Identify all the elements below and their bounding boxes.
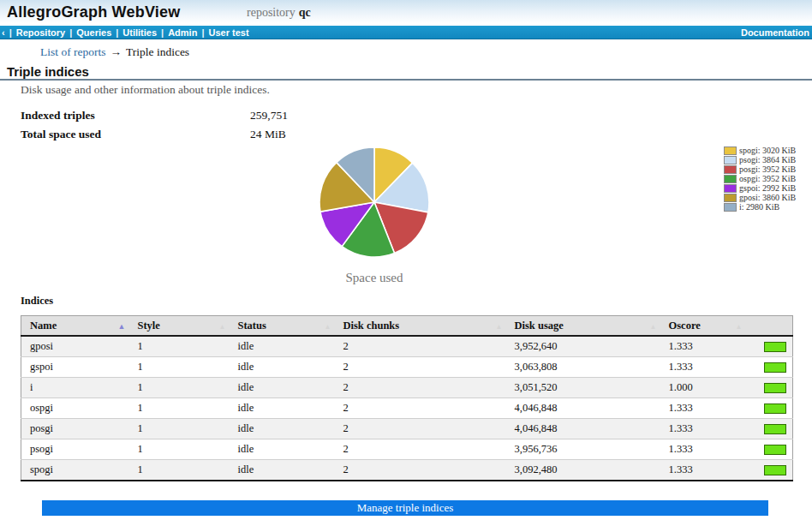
cell-status: idle (230, 336, 335, 357)
health-indicator (764, 445, 786, 455)
stat-total-space-used: Total space used 24 MiB (21, 128, 449, 141)
column-header-disk-chunks[interactable]: ▲Disk chunks (335, 316, 506, 337)
cell-status: idle (230, 460, 335, 481)
legend-swatch (724, 184, 737, 193)
legend-label: posgi: 3952 KiB (739, 164, 796, 174)
cell-disk-chunks: 2 (335, 439, 506, 460)
cell-style: 1 (129, 357, 230, 378)
column-header-label: Oscore (669, 320, 701, 332)
sort-inactive-icon: ▲ (325, 323, 331, 331)
cell-disk-chunks: 2 (335, 378, 506, 398)
nav-item-utilities[interactable]: Utilities (122, 27, 157, 38)
legend-label: spogi: 3020 KiB (739, 146, 796, 155)
manage-triple-indices-button[interactable]: Manage triple indices (42, 500, 768, 516)
nav-item-repository[interactable]: Repository (16, 27, 65, 38)
cell-disk-chunks: 2 (335, 460, 506, 481)
table-row-gspoi: gspoi1idle23,063,8081.333 (21, 357, 793, 378)
stat-value: 259,751 (250, 109, 288, 123)
legend-swatch (724, 175, 737, 183)
cell-style: 1 (129, 398, 230, 419)
cell-oscore: 1.333 (660, 398, 746, 419)
health-indicator (764, 424, 786, 434)
cell-health (746, 419, 793, 439)
cell-health (746, 357, 793, 378)
cell-disk-chunks: 2 (335, 336, 506, 357)
pie-chart-caption: Space used (302, 271, 447, 285)
page-description: Disk usage and other information about t… (21, 83, 270, 97)
nav-item-documentation[interactable]: Documentation (741, 27, 809, 38)
cell-disk-usage: 3,051,520 (506, 378, 660, 398)
legend-swatch (724, 194, 737, 202)
cell-style: 1 (129, 336, 230, 357)
indices-section-label: Indices (21, 295, 53, 308)
cell-name: ospgi (21, 398, 129, 419)
nav-item-admin[interactable]: Admin (168, 27, 197, 38)
column-header-disk-usage[interactable]: ▲Disk usage (506, 316, 660, 337)
table-row-gposi: gposi1idle23,952,6401.333 (21, 336, 793, 357)
legend-swatch (724, 156, 737, 164)
nav-separator: | (9, 27, 12, 38)
nav-item-user-test[interactable]: User test (208, 27, 248, 38)
legend-item: i: 2980 KiB (724, 202, 796, 212)
cell-status: idle (230, 378, 335, 398)
legend-swatch (724, 165, 737, 174)
cell-style: 1 (129, 378, 230, 398)
stat-indexed-triples: Indexed triples 259,751 (21, 109, 449, 123)
legend-label: gspoi: 2992 KiB (739, 183, 796, 193)
repository-name: qc (299, 6, 311, 19)
cell-status: idle (230, 398, 335, 419)
cell-health (746, 439, 793, 460)
health-indicator (764, 362, 786, 373)
nav-separator: | (201, 27, 204, 38)
nav-right: Documentation (741, 27, 812, 38)
table-row-psogi: psogi1idle23,956,7361.333 (21, 439, 793, 460)
table-row-spogi: spogi1idle23,092,4801.333 (21, 460, 793, 481)
indices-table: ▲Name▲Style▲Status▲Disk chunks▲Disk usag… (21, 315, 793, 481)
legend-swatch (724, 203, 737, 212)
cell-name: gspoi (21, 357, 129, 378)
cell-disk-chunks: 2 (335, 398, 506, 419)
legend-label: psogi: 3864 KiB (739, 155, 796, 164)
column-header-oscore[interactable]: ▲Oscore (660, 316, 746, 337)
nav-menu: ‹|Repository|Queries|Utilities|Admin|Use… (0, 27, 249, 38)
nav-back-button[interactable]: ‹ (2, 27, 5, 38)
column-header-label: Status (238, 320, 266, 332)
legend-label: i: 2980 KiB (739, 202, 779, 212)
column-header-label: Disk chunks (343, 320, 400, 332)
breadcrumb-link-list-of-reports[interactable]: List of reports (40, 45, 106, 58)
legend-item: spogi: 3020 KiB (724, 146, 796, 155)
legend-item: posgi: 3952 KiB (724, 164, 796, 174)
cell-oscore: 1.333 (660, 439, 746, 460)
cell-name: psogi (21, 439, 129, 460)
column-header-health (746, 316, 793, 337)
cell-oscore: 1.333 (660, 336, 746, 357)
legend-swatch (724, 146, 737, 155)
cell-name: spogi (21, 460, 129, 481)
legend-item: gposi: 3860 KiB (724, 193, 796, 202)
column-header-label: Name (30, 320, 57, 332)
cell-oscore: 1.333 (660, 460, 746, 481)
column-header-name[interactable]: ▲Name (21, 316, 129, 337)
cell-disk-chunks: 2 (335, 357, 506, 378)
space-used-pie-chart (319, 146, 430, 259)
cell-oscore: 1.333 (660, 419, 746, 439)
column-header-status[interactable]: ▲Status (230, 316, 335, 337)
column-header-style[interactable]: ▲Style (129, 316, 230, 337)
sort-inactive-icon: ▲ (736, 323, 743, 331)
main-nav-bar: ‹|Repository|Queries|Utilities|Admin|Use… (0, 26, 812, 39)
cell-name: gposi (21, 336, 129, 357)
nav-item-queries[interactable]: Queries (76, 27, 111, 38)
cell-disk-usage: 4,046,848 (506, 419, 660, 439)
page-title: Triple indices (7, 64, 89, 79)
health-indicator (764, 465, 786, 475)
cell-disk-chunks: 2 (335, 419, 506, 439)
stat-label: Total space used (21, 128, 101, 140)
breadcrumb: List of reports→Triple indices (40, 45, 189, 59)
repository-label: repository (247, 6, 296, 19)
table-header-row: ▲Name▲Style▲Status▲Disk chunks▲Disk usag… (21, 316, 793, 337)
nav-separator: | (116, 27, 118, 38)
cell-disk-usage: 3,063,808 (506, 357, 660, 378)
pie-chart-legend: spogi: 3020 KiBpsogi: 3864 KiBposgi: 395… (724, 146, 796, 212)
stat-label: Indexed triples (21, 109, 95, 122)
cell-health (746, 460, 793, 481)
